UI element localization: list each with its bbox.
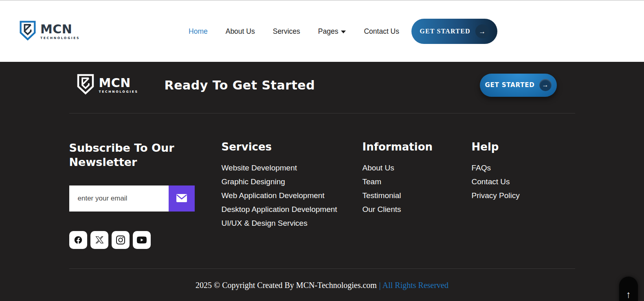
newsletter-submit-button[interactable] <box>169 185 195 212</box>
newsletter-column: Subscribe To Our Newsletter <box>69 141 222 249</box>
envelope-icon <box>176 194 187 204</box>
all-rights-reserved-link[interactable]: | All Rights Reserved <box>379 281 448 290</box>
link-privacy-policy[interactable]: Privacy Policy <box>472 191 520 200</box>
column-title: Help <box>472 141 575 153</box>
youtube-icon[interactable] <box>133 231 151 249</box>
brand-tagline: TECHNOLOGIES <box>40 37 80 40</box>
column-title: Information <box>363 141 472 153</box>
link-faqs[interactable]: FAQs <box>472 164 491 172</box>
social-links <box>69 231 222 249</box>
newsletter-form <box>69 185 195 212</box>
brand-logo[interactable]: MCN TECHNOLOGIES <box>19 20 80 43</box>
copyright-bar: 2025 © Copyright Created By MCN-Technolo… <box>0 269 644 301</box>
nav-item-services[interactable]: Services <box>273 27 300 36</box>
link-about-us[interactable]: About Us <box>363 164 394 172</box>
footer-columns: Subscribe To Our Newsletter <box>69 113 575 268</box>
footer-cta-row: MCN TECHNOLOGIES Ready To Get Started GE… <box>69 62 575 113</box>
link-testimonial[interactable]: Testimonial <box>363 191 401 200</box>
link-team[interactable]: Team <box>363 177 381 186</box>
facebook-icon[interactable] <box>69 231 87 249</box>
footer-column-information: Information About Us Team Testimonial Ou… <box>363 141 472 249</box>
arrow-up-icon: ↑ <box>626 289 631 300</box>
link-our-clients[interactable]: Our Clients <box>363 205 401 214</box>
instagram-icon[interactable] <box>112 231 130 249</box>
footer-column-services: Services Website Development Graphic Des… <box>222 141 363 249</box>
brand-name: MCN <box>99 77 138 89</box>
email-input[interactable] <box>69 185 169 212</box>
link-website-development[interactable]: Website Development <box>222 164 297 172</box>
nav-item-pages[interactable]: Pages <box>318 27 346 36</box>
brand-name: MCN <box>40 23 80 35</box>
nav-item-about-us[interactable]: About Us <box>226 27 255 36</box>
copyright-text: 2025 © Copyright Created By MCN-Technolo… <box>196 281 448 290</box>
link-desktop-application-development[interactable]: Desktop Application Development <box>222 205 337 214</box>
link-contact-us[interactable]: Contact Us <box>472 177 510 186</box>
chevron-down-icon <box>341 31 346 33</box>
arrow-right-icon: → <box>475 24 489 38</box>
newsletter-heading: Subscribe To Our Newsletter <box>69 141 196 169</box>
top-navbar: MCN TECHNOLOGIES Home About Us Services … <box>0 0 644 62</box>
link-web-application-development[interactable]: Web Application Development <box>222 191 325 200</box>
shield-logo-icon <box>19 20 37 43</box>
scroll-to-top-button[interactable]: ↑ <box>619 277 638 301</box>
column-title: Services <box>222 141 363 153</box>
get-started-button-footer[interactable]: GET STARTED → <box>480 74 557 97</box>
footer-brand-logo[interactable]: MCN TECHNOLOGIES <box>76 73 138 97</box>
brand-tagline: TECHNOLOGIES <box>99 90 138 94</box>
get-started-button-header[interactable]: GET STARTED → <box>411 19 497 44</box>
link-uiux-design-services[interactable]: UI/UX & Design Services <box>222 219 308 227</box>
footer-cta-heading: Ready To Get Started <box>165 78 315 92</box>
x-twitter-icon[interactable] <box>90 231 108 249</box>
footer-column-help: Help FAQs Contact Us Privacy Policy <box>472 141 575 249</box>
arrow-right-icon: → <box>539 79 552 91</box>
footer: MCN TECHNOLOGIES Ready To Get Started GE… <box>0 62 644 301</box>
nav-item-contact-us[interactable]: Contact Us <box>364 27 399 36</box>
link-graphic-designing[interactable]: Graphic Designing <box>222 177 285 186</box>
shield-logo-icon <box>76 73 95 97</box>
nav-item-home[interactable]: Home <box>189 27 208 36</box>
main-nav: Home About Us Services Pages Contact Us <box>189 27 399 36</box>
